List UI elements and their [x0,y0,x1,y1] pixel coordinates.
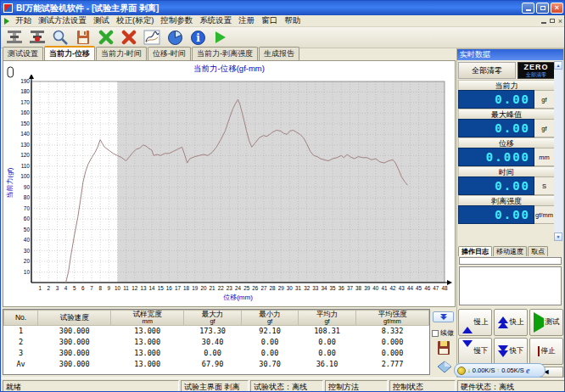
floppy-icon [436,340,451,356]
test-machine-config-icon [29,30,46,45]
log-tab-1[interactable]: 移动速度 [493,246,527,256]
table-cell: 3 [4,348,38,359]
svg-text:46: 46 [424,285,431,291]
mdi-restore-button[interactable] [550,19,555,23]
menu-item-2[interactable]: 测试 [90,15,113,25]
tab-0[interactable]: 测试设置 [3,47,43,60]
restore-button[interactable] [536,3,549,14]
view-tabs: 测试设置当前力-位移当前力-时间位移-时间当前力-剥离强度生成报告 [3,48,456,60]
log-area[interactable] [459,266,562,305]
save-button[interactable] [73,28,93,47]
table-row[interactable]: 1300.00013.000173.3092.10108.318.332 [4,326,429,337]
log-tab-2[interactable]: 取点 [528,246,548,256]
svg-text:60: 60 [24,216,31,221]
mdi-close-button[interactable]: × [558,17,562,25]
svg-text:25: 25 [243,285,250,291]
menu-item-3[interactable]: 校正(标定) [113,15,157,25]
svg-text:150: 150 [20,120,30,126]
realtime-scrollbar[interactable]: ▲ ▼ [554,61,562,241]
magnifier-icon [52,29,69,46]
zero-button[interactable]: ZERO全部清零 [517,62,555,79]
force-displacement-chart[interactable]: 1234567891011121314151617181920212223242… [4,75,455,306]
zero-all-label[interactable]: 全部清零 [458,62,516,79]
table-cell: Av [4,359,38,370]
control-arrow-down-double-button[interactable]: 快下 [494,338,528,365]
log-tab-0[interactable]: 操作日志 [458,246,492,256]
browser-icon: e [526,366,529,375]
test-machine-button[interactable] [4,28,25,47]
continue-checkbox[interactable] [432,330,439,337]
svg-text:80: 80 [24,194,31,200]
control-arrow-up-double-button[interactable]: 快上 [494,309,528,336]
svg-text:43: 43 [399,285,406,291]
svg-text:40: 40 [24,237,31,243]
status-segment-2: 试验状态：离线 [250,380,323,392]
report-button[interactable] [165,28,185,47]
svg-text:19: 19 [192,285,199,291]
col-header: 最大力gf [184,311,242,326]
export-button[interactable] [434,359,455,374]
zoom-button[interactable] [50,28,70,47]
status-segment-3: 控制方法 [325,380,388,392]
svg-text:24: 24 [235,285,242,291]
red-x-icon [121,30,137,45]
tab-3[interactable]: 位移-时间 [148,47,191,60]
menu-item-4[interactable]: 控制参数 [157,15,196,25]
curve-view-button[interactable] [142,28,162,47]
scroll-down-icon[interactable]: ▼ [554,232,562,241]
delete-all-button[interactable] [119,28,139,47]
svg-text:8: 8 [98,285,102,291]
table-row[interactable]: 2300.00013.00030.400.000.000.000 [4,337,429,348]
control-arrow-up-single-button[interactable]: 慢上 [458,309,492,336]
svg-text:1: 1 [38,285,42,291]
rt-field-unit: S [534,176,555,195]
save-data-button[interactable] [434,339,454,357]
upload-speed: 0.05K/S [501,367,524,374]
table-cell: 0.00 [299,337,356,348]
svg-text:34: 34 [321,285,327,291]
log-input[interactable] [459,257,562,265]
results-table: No.试验速度试样宽度mm最大力gf最小力gf平均力gf平均强度gf/mm 13… [3,310,429,370]
collapse-table-button[interactable] [433,311,454,322]
table-cell: 300.000 [38,359,111,370]
delete-curve-button[interactable] [96,28,116,47]
status-segment-1: 试验主界面 剥离 [181,380,249,392]
rt-field-label: 时间 [458,166,555,176]
menu-item-7[interactable]: 窗口 [258,15,281,25]
menu-item-8[interactable]: 帮助 [281,15,304,25]
net-speed-overlay[interactable]: ↓ 0.00K/S ↑ 0.05K/S e [454,363,545,378]
svg-text:13: 13 [140,285,147,291]
test-machine-config-button[interactable] [27,28,48,47]
rt-field-value: 0.00 [458,90,534,109]
tab-5[interactable]: 生成报告 [259,47,299,60]
control-arrow-down-single-button[interactable]: 慢下 [458,338,492,365]
table-cell: 92.10 [241,326,298,337]
svg-text:180: 180 [20,88,30,94]
menu-item-1[interactable]: 测试方法设置 [35,15,90,25]
tab-4[interactable]: 当前力-剥离强度 [192,47,258,60]
svg-text:3: 3 [56,285,59,291]
menu-item-5[interactable]: 系统设置 [196,15,235,25]
menu-item-6[interactable]: 注册 [235,15,258,25]
menu-item-0[interactable]: 开始 [12,15,35,25]
green-x-icon [98,30,114,45]
info-button[interactable]: i [187,28,208,47]
svg-text:5: 5 [73,285,76,291]
table-cell: 0.00 [241,348,298,359]
control-play-button[interactable]: 测试 [529,309,563,336]
download-arrow-icon: ↓ [467,367,471,374]
scroll-up-icon[interactable]: ▲ [554,61,562,70]
table-row[interactable]: 3300.00013.0000.000.000.000.000 [4,348,429,359]
arrow-up-single-icon [462,318,473,327]
start-button[interactable] [210,28,231,47]
control-stop-button[interactable]: 停止 [529,338,563,365]
table-cell: 13.000 [111,337,184,348]
tab-1[interactable]: 当前力-位移 [44,46,95,60]
tab-2[interactable]: 当前力-时间 [96,47,147,60]
close-button[interactable]: × [551,3,563,14]
table-cell: 0.00 [184,348,242,359]
mdi-minimize-button[interactable] [541,22,546,24]
table-cell: 0.000 [355,348,428,359]
minimize-button[interactable] [522,3,534,14]
table-row[interactable]: Av300.00013.00067.9030.7036.102.777 [4,359,429,370]
